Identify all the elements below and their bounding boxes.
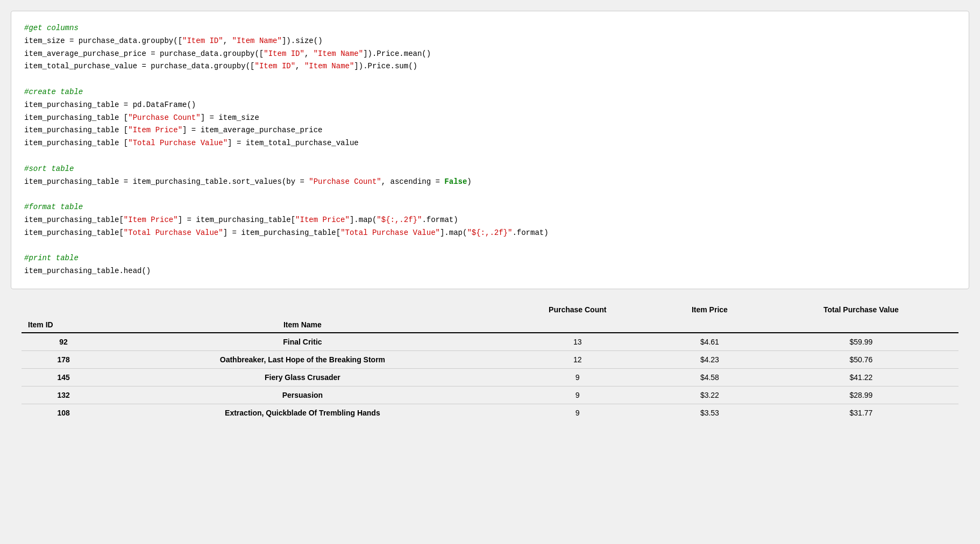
code-line3: item_total_purchase_value = purchase_dat…: [24, 62, 417, 70]
table-container: Purchase Count Item Price Total Purchase…: [11, 305, 969, 432]
cell-item-price: $4.58: [656, 368, 764, 386]
code-line11: item_purchasing_table.head(): [24, 267, 151, 275]
code-line7: item_purchasing_table ["Total Purchase V…: [24, 139, 359, 147]
code-line8: item_purchasing_table = item_purchasing_…: [24, 177, 472, 186]
cell-item-name: Persuasion: [105, 386, 499, 404]
cell-item-name: Oathbreaker, Last Hope of the Breaking S…: [105, 350, 499, 368]
cell-total-purchase-value: $59.99: [764, 333, 958, 351]
code-line5: item_purchasing_table ["Purchase Count"]…: [24, 113, 259, 122]
comment-create-table: #create table: [24, 88, 83, 96]
comment-format-table: #format table: [24, 203, 83, 211]
code-line2: item_average_purchase_price = purchase_d…: [24, 49, 431, 58]
code-line6: item_purchasing_table ["Item Price"] = i…: [24, 126, 323, 134]
col-header-total-purchase-value: Total Purchase Value: [764, 305, 958, 317]
cell-item-name: Fiery Glass Crusader: [105, 368, 499, 386]
table-row: 108 Extraction, Quickblade Of Trembling …: [22, 404, 958, 421]
col-header-pc-empty: [500, 317, 656, 333]
table-row: 92 Final Critic 13 $4.61 $59.99: [22, 333, 958, 351]
cell-item-id: 145: [22, 368, 105, 386]
table-header-row2: Item ID Item Name: [22, 317, 958, 333]
cell-item-price: $3.22: [656, 386, 764, 404]
cell-item-id: 132: [22, 386, 105, 404]
col-header-item-price: Item Price: [656, 305, 764, 317]
table-row: 178 Oathbreaker, Last Hope of the Breaki…: [22, 350, 958, 368]
comment-print-table: #print table: [24, 254, 79, 262]
cell-purchase-count: 9: [500, 386, 656, 404]
cell-item-id: 92: [22, 333, 105, 351]
data-table: Purchase Count Item Price Total Purchase…: [22, 305, 958, 421]
col-header-item-id: Item ID: [22, 317, 105, 333]
col-header-item-name: Item Name: [105, 317, 499, 333]
code-block: #get columns item_size = purchase_data.g…: [11, 11, 969, 289]
code-line10: item_purchasing_table["Total Purchase Va…: [24, 228, 549, 237]
cell-purchase-count: 13: [500, 333, 656, 351]
code-line1: item_size = purchase_data.groupby(["Item…: [24, 37, 323, 45]
table-row: 145 Fiery Glass Crusader 9 $4.58 $41.22: [22, 368, 958, 386]
cell-total-purchase-value: $50.76: [764, 350, 958, 368]
cell-item-name: Extraction, Quickblade Of Trembling Hand…: [105, 404, 499, 421]
col-header-purchase-count: Purchase Count: [500, 305, 656, 317]
table-header-row1: Purchase Count Item Price Total Purchase…: [22, 305, 958, 317]
cell-purchase-count: 12: [500, 350, 656, 368]
table-row: 132 Persuasion 9 $3.22 $28.99: [22, 386, 958, 404]
cell-total-purchase-value: $31.77: [764, 404, 958, 421]
col-header-tpv-empty: [764, 317, 958, 333]
col-header-ip-empty: [656, 317, 764, 333]
cell-total-purchase-value: $41.22: [764, 368, 958, 386]
col-header-item-name-empty: [105, 305, 499, 317]
code-line4: item_purchasing_table = pd.DataFrame(): [24, 101, 196, 109]
cell-purchase-count: 9: [500, 368, 656, 386]
cell-item-price: $4.23: [656, 350, 764, 368]
comment-sort-table: #sort table: [24, 164, 74, 173]
table-body: 92 Final Critic 13 $4.61 $59.99 178 Oath…: [22, 333, 958, 421]
cell-item-name: Final Critic: [105, 333, 499, 351]
comment-get-columns: #get columns: [24, 24, 79, 32]
cell-purchase-count: 9: [500, 404, 656, 421]
cell-item-price: $4.61: [656, 333, 764, 351]
cell-item-price: $3.53: [656, 404, 764, 421]
code-line9: item_purchasing_table["Item Price"] = it…: [24, 216, 458, 224]
cell-item-id: 108: [22, 404, 105, 421]
cell-total-purchase-value: $28.99: [764, 386, 958, 404]
col-header-item-id-empty: [22, 305, 105, 317]
cell-item-id: 178: [22, 350, 105, 368]
